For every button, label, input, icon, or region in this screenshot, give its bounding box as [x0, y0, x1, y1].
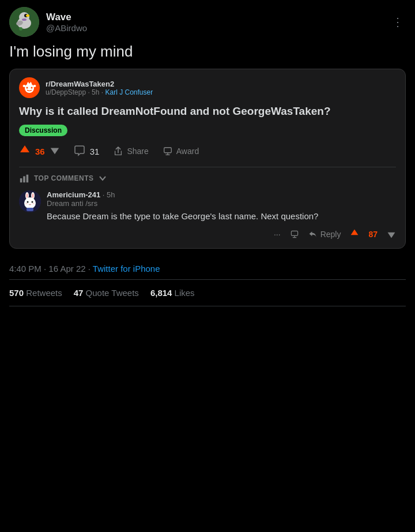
- top-comment: Americium-241 · 5h Dream anti /srs Becau…: [19, 190, 396, 241]
- svg-point-28: [27, 193, 28, 198]
- award-label: Award: [176, 147, 199, 156]
- reddit-user: u/DeppStepp: [46, 88, 86, 96]
- svg-point-34: [32, 203, 35, 204]
- comment-content: Americium-241 · 5h Dream anti /srs Becau…: [47, 190, 396, 241]
- comment-flair: Dream anti /srs: [47, 199, 97, 208]
- svg-point-13: [33, 85, 36, 87]
- share-button[interactable]: Share: [113, 146, 148, 156]
- likes-stat: 6,814 Likes: [150, 288, 195, 298]
- vote-section: 36: [19, 144, 60, 159]
- tweet-container: Wave @ABirdwo ⋮ I'm losing my mind: [0, 0, 415, 306]
- author-name: Wave: [46, 12, 87, 23]
- svg-rect-23: [23, 176, 25, 182]
- timestamp-time: 4:40 PM · 16 Apr 22 ·: [9, 264, 93, 274]
- comment-meta: Americium-241 · 5h Dream anti /srs: [47, 190, 396, 208]
- reddit-meta-text: r/DreamWasTaken2 u/DeppStepp · 5h · Karl…: [46, 80, 153, 96]
- comment-time: 5h: [107, 190, 115, 199]
- svg-point-12: [23, 85, 26, 87]
- svg-point-29: [32, 193, 34, 198]
- svg-rect-35: [27, 208, 33, 211]
- svg-point-11: [31, 87, 33, 89]
- comment-separator: ·: [103, 190, 107, 199]
- author-info: Wave @ABirdwo: [46, 12, 87, 33]
- reddit-card-inner: r/DreamWasTaken2 u/DeppStepp · 5h · Karl…: [10, 69, 405, 248]
- top-comments-bar: TOP COMMENTS: [19, 167, 396, 190]
- avatar-image: [9, 7, 39, 37]
- more-options-icon[interactable]: ⋮: [390, 13, 406, 31]
- tweet-timestamp: 4:40 PM · 16 Apr 22 · Twitter for iPhone: [9, 257, 406, 280]
- author-handle: @ABirdwo: [46, 23, 87, 33]
- svg-marker-16: [20, 145, 29, 152]
- svg-point-15: [29, 82, 31, 84]
- reply-icon: [308, 230, 318, 239]
- reply-button[interactable]: Reply: [308, 230, 341, 239]
- reddit-post-title: Why is it called DreamNotFound and not G…: [19, 104, 396, 119]
- quote-tweets-stat: 47 Quote Tweets: [74, 288, 139, 298]
- retweets-stat: 570 Retweets: [9, 288, 62, 298]
- commenter-avatar: [19, 190, 41, 212]
- comment-section: 31: [74, 145, 100, 157]
- comment-downvote-icon[interactable]: [387, 230, 396, 239]
- comment-upvote-icon[interactable]: [350, 228, 359, 240]
- quote-tweet-count: 47: [74, 288, 84, 298]
- svg-rect-24: [27, 174, 29, 182]
- upvote-count: 36: [35, 147, 45, 156]
- top-comments-icon: [19, 173, 29, 183]
- svg-marker-17: [50, 148, 58, 154]
- svg-point-7: [22, 18, 27, 21]
- svg-rect-36: [291, 231, 297, 236]
- avatar: [9, 7, 39, 37]
- svg-rect-22: [20, 178, 22, 182]
- twitter-client: Twitter for iPhone: [93, 264, 160, 274]
- tweet-author: Wave @ABirdwo: [9, 7, 87, 37]
- comment-actions: ··· Reply: [47, 228, 396, 240]
- quote-tweets-label: Quote Tweets: [86, 288, 139, 298]
- svg-point-31: [27, 201, 29, 203]
- reply-label: Reply: [320, 230, 341, 239]
- reddit-actions: 36 31: [19, 144, 396, 159]
- svg-point-4: [26, 14, 29, 17]
- svg-marker-39: [351, 230, 359, 235]
- reddit-flair: Discussion: [19, 125, 67, 136]
- comment-upvote-count: 87: [368, 230, 378, 239]
- comment-award-icon: [290, 230, 299, 239]
- reddit-sub-meta: u/DeppStepp · 5h · Karl J Confuser: [46, 88, 153, 96]
- tweet-header: Wave @ABirdwo ⋮: [9, 7, 406, 37]
- comment-count: 31: [90, 147, 100, 156]
- comment-icon: [74, 145, 85, 157]
- comment-more-button[interactable]: ···: [274, 230, 281, 239]
- svg-marker-40: [388, 233, 395, 238]
- svg-point-30: [24, 197, 36, 209]
- chevron-down-icon: [99, 174, 107, 182]
- award-icon: [163, 146, 173, 156]
- likes-label: Likes: [175, 288, 195, 298]
- reddit-subreddit: r/DreamWasTaken2: [46, 80, 153, 88]
- commenter-username: Americium-241: [47, 190, 100, 199]
- share-icon: [113, 146, 123, 156]
- reddit-embed-card[interactable]: r/DreamWasTaken2 u/DeppStepp · 5h · Karl…: [9, 69, 406, 249]
- retweets-label: Retweets: [26, 288, 62, 298]
- svg-point-32: [32, 201, 33, 203]
- reddit-award-user: Karl J Confuser: [105, 88, 153, 96]
- tweet-text: I'm losing my mind: [9, 42, 406, 62]
- likes-count: 6,814: [150, 288, 172, 298]
- reddit-meta: r/DreamWasTaken2 u/DeppStepp · 5h · Karl…: [19, 77, 396, 98]
- reddit-time: 5h: [92, 88, 99, 96]
- upvote-icon[interactable]: [19, 144, 31, 159]
- retweet-count: 570: [9, 288, 24, 298]
- reddit-snoo-icon: [19, 77, 40, 98]
- comment-text: Because Dream is the type to take George…: [47, 210, 396, 223]
- top-comments-label: TOP COMMENTS: [34, 174, 94, 182]
- tweet-stats: 570 Retweets 47 Quote Tweets 6,814 Likes: [9, 280, 406, 306]
- svg-point-10: [27, 87, 28, 89]
- svg-rect-18: [164, 148, 171, 153]
- award-button[interactable]: Award: [163, 146, 199, 156]
- downvote-icon[interactable]: [50, 145, 60, 158]
- comment-award-button[interactable]: [290, 230, 299, 239]
- svg-point-33: [25, 203, 28, 204]
- svg-point-6: [19, 27, 22, 31]
- share-label: Share: [127, 147, 148, 156]
